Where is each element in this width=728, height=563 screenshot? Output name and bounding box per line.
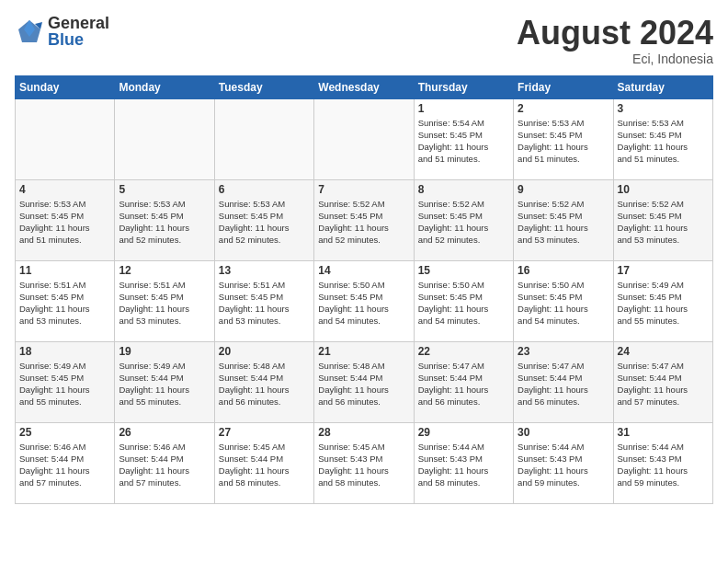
day-number: 7 xyxy=(318,183,409,196)
day-number: 27 xyxy=(219,426,310,439)
calendar-cell: 9Sunrise: 5:52 AM Sunset: 5:45 PM Daylig… xyxy=(514,179,613,260)
calendar-cell: 8Sunrise: 5:52 AM Sunset: 5:45 PM Daylig… xyxy=(414,179,513,260)
day-number: 31 xyxy=(618,426,709,439)
day-info: Sunrise: 5:47 AM Sunset: 5:44 PM Dayligh… xyxy=(518,360,609,408)
calendar-cell: 7Sunrise: 5:52 AM Sunset: 5:45 PM Daylig… xyxy=(314,179,414,260)
day-number: 2 xyxy=(518,102,609,115)
calendar-cell: 29Sunrise: 5:44 AM Sunset: 5:43 PM Dayli… xyxy=(414,422,513,503)
day-number: 18 xyxy=(19,345,110,358)
calendar-cell: 11Sunrise: 5:51 AM Sunset: 5:45 PM Dayli… xyxy=(16,260,115,341)
day-info: Sunrise: 5:51 AM Sunset: 5:45 PM Dayligh… xyxy=(19,279,110,327)
day-info: Sunrise: 5:50 AM Sunset: 5:45 PM Dayligh… xyxy=(518,279,609,327)
day-number: 3 xyxy=(618,102,709,115)
day-number: 21 xyxy=(318,345,409,358)
day-header-thursday: Thursday xyxy=(414,75,513,98)
day-number: 20 xyxy=(219,345,310,358)
day-info: Sunrise: 5:48 AM Sunset: 5:44 PM Dayligh… xyxy=(318,360,409,408)
calendar-cell: 5Sunrise: 5:53 AM Sunset: 5:45 PM Daylig… xyxy=(115,179,214,260)
week-row-4: 18Sunrise: 5:49 AM Sunset: 5:45 PM Dayli… xyxy=(16,341,713,422)
month-year: August 2024 xyxy=(517,15,713,52)
day-number: 10 xyxy=(618,183,709,196)
day-number: 1 xyxy=(418,102,509,115)
header: General Blue August 2024 Eci, Indonesia xyxy=(15,15,713,66)
day-number: 25 xyxy=(19,426,110,439)
calendar-cell: 6Sunrise: 5:53 AM Sunset: 5:45 PM Daylig… xyxy=(214,179,313,260)
calendar-cell: 22Sunrise: 5:47 AM Sunset: 5:44 PM Dayli… xyxy=(414,341,513,422)
calendar-cell: 19Sunrise: 5:49 AM Sunset: 5:44 PM Dayli… xyxy=(115,341,214,422)
day-info: Sunrise: 5:47 AM Sunset: 5:44 PM Dayligh… xyxy=(418,360,509,408)
calendar-cell: 16Sunrise: 5:50 AM Sunset: 5:45 PM Dayli… xyxy=(514,260,613,341)
calendar-cell xyxy=(16,98,115,179)
day-number: 23 xyxy=(518,345,609,358)
day-info: Sunrise: 5:47 AM Sunset: 5:44 PM Dayligh… xyxy=(618,360,709,408)
day-info: Sunrise: 5:46 AM Sunset: 5:44 PM Dayligh… xyxy=(19,441,110,489)
day-number: 30 xyxy=(518,426,609,439)
day-info: Sunrise: 5:49 AM Sunset: 5:44 PM Dayligh… xyxy=(119,360,210,408)
calendar-cell: 24Sunrise: 5:47 AM Sunset: 5:44 PM Dayli… xyxy=(613,341,712,422)
day-number: 17 xyxy=(618,264,709,277)
day-info: Sunrise: 5:53 AM Sunset: 5:45 PM Dayligh… xyxy=(119,198,210,247)
calendar-table: SundayMondayTuesdayWednesdayThursdayFrid… xyxy=(15,75,713,504)
day-info: Sunrise: 5:44 AM Sunset: 5:43 PM Dayligh… xyxy=(618,441,709,489)
day-info: Sunrise: 5:52 AM Sunset: 5:45 PM Dayligh… xyxy=(518,198,609,247)
day-number: 26 xyxy=(119,426,210,439)
logo-icon xyxy=(15,17,44,46)
calendar-cell: 14Sunrise: 5:50 AM Sunset: 5:45 PM Dayli… xyxy=(314,260,414,341)
calendar-cell: 13Sunrise: 5:51 AM Sunset: 5:45 PM Dayli… xyxy=(214,260,313,341)
calendar-cell: 26Sunrise: 5:46 AM Sunset: 5:44 PM Dayli… xyxy=(115,422,214,503)
day-info: Sunrise: 5:52 AM Sunset: 5:45 PM Dayligh… xyxy=(318,198,409,247)
calendar-cell: 28Sunrise: 5:45 AM Sunset: 5:43 PM Dayli… xyxy=(314,422,414,503)
day-number: 4 xyxy=(19,183,110,196)
day-number: 12 xyxy=(119,264,210,277)
title-block: August 2024 Eci, Indonesia xyxy=(517,15,713,66)
page: General Blue August 2024 Eci, Indonesia … xyxy=(0,0,728,563)
calendar-cell: 12Sunrise: 5:51 AM Sunset: 5:45 PM Dayli… xyxy=(115,260,214,341)
calendar-cell: 2Sunrise: 5:53 AM Sunset: 5:45 PM Daylig… xyxy=(514,98,613,179)
calendar-cell: 10Sunrise: 5:52 AM Sunset: 5:45 PM Dayli… xyxy=(613,179,712,260)
day-info: Sunrise: 5:53 AM Sunset: 5:45 PM Dayligh… xyxy=(618,117,709,166)
calendar-cell: 21Sunrise: 5:48 AM Sunset: 5:44 PM Dayli… xyxy=(314,341,414,422)
day-number: 29 xyxy=(418,426,509,439)
calendar-cell: 17Sunrise: 5:49 AM Sunset: 5:45 PM Dayli… xyxy=(613,260,712,341)
header-row: SundayMondayTuesdayWednesdayThursdayFrid… xyxy=(16,75,713,98)
calendar-cell xyxy=(115,98,214,179)
day-number: 11 xyxy=(19,264,110,277)
day-header-friday: Friday xyxy=(514,75,613,98)
day-header-sunday: Sunday xyxy=(16,75,115,98)
day-info: Sunrise: 5:49 AM Sunset: 5:45 PM Dayligh… xyxy=(19,360,110,408)
day-number: 14 xyxy=(318,264,409,277)
day-info: Sunrise: 5:44 AM Sunset: 5:43 PM Dayligh… xyxy=(518,441,609,489)
logo-text: General Blue xyxy=(48,15,109,48)
calendar-cell: 27Sunrise: 5:45 AM Sunset: 5:44 PM Dayli… xyxy=(214,422,313,503)
day-info: Sunrise: 5:51 AM Sunset: 5:45 PM Dayligh… xyxy=(219,279,310,327)
day-info: Sunrise: 5:52 AM Sunset: 5:45 PM Dayligh… xyxy=(418,198,509,247)
day-number: 8 xyxy=(418,183,509,196)
calendar-cell: 18Sunrise: 5:49 AM Sunset: 5:45 PM Dayli… xyxy=(16,341,115,422)
logo: General Blue xyxy=(15,15,109,48)
calendar-cell: 3Sunrise: 5:53 AM Sunset: 5:45 PM Daylig… xyxy=(613,98,712,179)
day-info: Sunrise: 5:53 AM Sunset: 5:45 PM Dayligh… xyxy=(219,198,310,247)
day-info: Sunrise: 5:50 AM Sunset: 5:45 PM Dayligh… xyxy=(418,279,509,327)
day-number: 13 xyxy=(219,264,310,277)
day-info: Sunrise: 5:51 AM Sunset: 5:45 PM Dayligh… xyxy=(119,279,210,327)
calendar-cell: 15Sunrise: 5:50 AM Sunset: 5:45 PM Dayli… xyxy=(414,260,513,341)
calendar-cell xyxy=(214,98,313,179)
day-info: Sunrise: 5:54 AM Sunset: 5:45 PM Dayligh… xyxy=(418,117,509,166)
calendar-cell: 20Sunrise: 5:48 AM Sunset: 5:44 PM Dayli… xyxy=(214,341,313,422)
day-number: 5 xyxy=(119,183,210,196)
day-header-saturday: Saturday xyxy=(613,75,712,98)
day-number: 24 xyxy=(618,345,709,358)
day-header-wednesday: Wednesday xyxy=(314,75,414,98)
week-row-1: 1Sunrise: 5:54 AM Sunset: 5:45 PM Daylig… xyxy=(16,98,713,179)
day-info: Sunrise: 5:53 AM Sunset: 5:45 PM Dayligh… xyxy=(19,198,110,247)
day-info: Sunrise: 5:50 AM Sunset: 5:45 PM Dayligh… xyxy=(318,279,409,327)
day-number: 28 xyxy=(318,426,409,439)
day-number: 16 xyxy=(518,264,609,277)
calendar-cell: 31Sunrise: 5:44 AM Sunset: 5:43 PM Dayli… xyxy=(613,422,712,503)
logo-blue: Blue xyxy=(48,31,109,48)
week-row-5: 25Sunrise: 5:46 AM Sunset: 5:44 PM Dayli… xyxy=(16,422,713,503)
logo-general: General xyxy=(48,15,109,31)
day-info: Sunrise: 5:44 AM Sunset: 5:43 PM Dayligh… xyxy=(418,441,509,489)
week-row-3: 11Sunrise: 5:51 AM Sunset: 5:45 PM Dayli… xyxy=(16,260,713,341)
calendar-cell xyxy=(314,98,414,179)
